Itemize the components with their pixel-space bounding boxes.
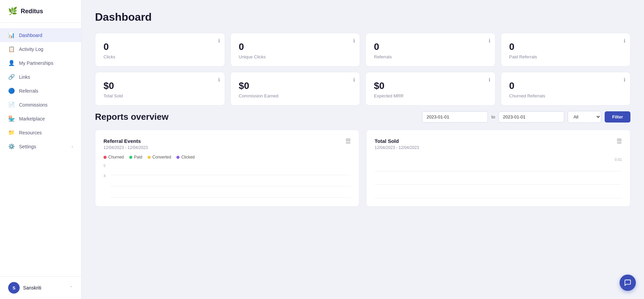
reports-grid: ☰ Referral Events 12/04/2023 - 12/04/202… xyxy=(95,130,630,207)
sidebar-item-my-partnerships[interactable]: 👤 My Partnerships xyxy=(0,56,81,70)
sidebar-item-label: Settings xyxy=(19,144,36,149)
referral-events-legend: Churned Paid Converted Clicked xyxy=(103,155,351,160)
info-icon-unique-clicks[interactable]: ℹ xyxy=(353,38,355,43)
sidebar-item-label: Referrals xyxy=(19,88,38,94)
stat-label-total-sold: Total Sold xyxy=(103,93,216,98)
sidebar-item-dashboard[interactable]: 📊 Dashboard xyxy=(0,28,81,42)
activity-log-icon: 📋 xyxy=(8,46,15,52)
info-icon-total-sold[interactable]: ℹ xyxy=(218,77,220,82)
stat-value-churned-referrals: 0 xyxy=(509,80,622,91)
legend-paid: Paid xyxy=(129,155,142,160)
info-icon-expected-mrr[interactable]: ℹ xyxy=(489,77,490,82)
stat-label-paid-referrals: Paid Referrals xyxy=(509,54,622,59)
links-icon: 🔗 xyxy=(8,74,15,80)
total-sold-title: Total Sold xyxy=(375,138,622,144)
sidebar-item-label: Dashboard xyxy=(19,33,42,38)
reports-controls: to AllWeekMonthYear Filter xyxy=(422,111,630,123)
stats-grid-row1: ℹ 0 Clicks ℹ 0 Unique Clicks ℹ 0 Referra… xyxy=(95,33,630,67)
sidebar: 🌿 Reditus 📊 Dashboard 📋 Activity Log 👤 M… xyxy=(0,0,81,299)
sidebar-item-label: Resources xyxy=(19,130,42,135)
info-icon-paid-referrals[interactable]: ℹ xyxy=(624,38,625,43)
my-partnerships-icon: 👤 xyxy=(8,60,15,66)
sidebar-item-label: My Partnerships xyxy=(19,60,53,66)
legend-converted: Converted xyxy=(148,155,171,160)
total-sold-chart: 0.01 xyxy=(375,157,622,198)
stat-label-unique-clicks: Unique Clicks xyxy=(239,54,352,59)
referral-events-card: ☰ Referral Events 12/04/2023 - 12/04/202… xyxy=(95,130,359,207)
stat-card-churned-referrals: ℹ 0 Churned Referrals xyxy=(501,72,631,106)
stat-card-commission-earned: ℹ $0 Commission Earned xyxy=(230,72,360,106)
user-name: Sanskriti xyxy=(23,285,41,291)
stat-value-commission-earned: $0 xyxy=(239,80,352,91)
sidebar-item-settings[interactable]: ⚙️ Settings › xyxy=(0,139,81,153)
settings-chevron-icon: › xyxy=(72,144,73,149)
sidebar-item-resources[interactable]: 📁 Resources xyxy=(0,126,81,139)
date-to-input[interactable] xyxy=(498,111,564,123)
sidebar-item-label: Activity Log xyxy=(19,46,43,52)
referral-events-title: Referral Events xyxy=(103,138,351,144)
settings-icon: ⚙️ xyxy=(8,143,15,150)
reports-header: Reports overview to AllWeekMonthYear Fil… xyxy=(95,111,630,123)
legend-clicked: Clicked xyxy=(176,155,194,160)
logo-icon: 🌿 xyxy=(8,7,17,16)
stat-value-expected-mrr: $0 xyxy=(374,80,487,91)
stat-card-unique-clicks: ℹ 0 Unique Clicks xyxy=(230,33,360,67)
referrals-icon: 🔵 xyxy=(8,88,15,94)
stat-card-clicks: ℹ 0 Clicks xyxy=(95,33,225,67)
sidebar-item-marketplace[interactable]: 🏪 Marketplace xyxy=(0,112,81,126)
stat-label-commission-earned: Commission Earned xyxy=(239,93,352,98)
info-icon-commission-earned[interactable]: ℹ xyxy=(353,77,355,82)
resources-icon: 📁 xyxy=(8,129,15,136)
main-content: Dashboard ℹ 0 Clicks ℹ 0 Unique Clicks ℹ… xyxy=(81,0,644,299)
referral-events-date: 12/04/2023 - 12/04/2023 xyxy=(103,145,351,150)
referral-events-menu-icon[interactable]: ☰ xyxy=(345,138,351,145)
sidebar-item-activity-log[interactable]: 📋 Activity Log xyxy=(0,42,81,56)
stat-card-referrals: ℹ 0 Referrals xyxy=(365,33,495,67)
commissions-icon: 📄 xyxy=(8,101,15,108)
referral-events-chart: 5 4 xyxy=(103,164,351,198)
stats-grid-row2: ℹ $0 Total Sold ℹ $0 Commission Earned ℹ… xyxy=(95,72,630,106)
marketplace-icon: 🏪 xyxy=(8,115,15,122)
stat-label-expected-mrr: Expected MRR xyxy=(374,93,487,98)
date-from-input[interactable] xyxy=(422,111,488,123)
logo-container[interactable]: 🌿 Reditus xyxy=(0,0,81,23)
stat-card-paid-referrals: ℹ 0 Paid Referrals xyxy=(501,33,631,67)
info-icon-churned-referrals[interactable]: ℹ xyxy=(624,77,625,82)
stat-label-churned-referrals: Churned Referrals xyxy=(509,93,622,98)
sidebar-item-links[interactable]: 🔗 Links xyxy=(0,70,81,84)
stat-card-expected-mrr: ℹ $0 Expected MRR xyxy=(365,72,495,106)
legend-churned: Churned xyxy=(103,155,124,160)
page-title: Dashboard xyxy=(95,11,630,23)
stat-label-clicks: Clicks xyxy=(103,54,216,59)
total-sold-card: ☰ Total Sold 12/04/2023 - 12/04/2023 0.0… xyxy=(366,130,630,207)
stat-value-clicks: 0 xyxy=(103,41,216,52)
user-profile[interactable]: S Sanskriti ⌃ xyxy=(0,276,81,299)
info-icon-referrals[interactable]: ℹ xyxy=(489,38,490,43)
dashboard-icon: 📊 xyxy=(8,32,15,38)
info-icon-clicks[interactable]: ℹ xyxy=(218,38,220,43)
sidebar-item-label: Links xyxy=(19,74,30,80)
sidebar-item-label: Marketplace xyxy=(19,116,45,122)
sidebar-nav: 📊 Dashboard 📋 Activity Log 👤 My Partners… xyxy=(0,23,81,276)
sidebar-item-referrals[interactable]: 🔵 Referrals xyxy=(0,84,81,98)
total-sold-menu-icon[interactable]: ☰ xyxy=(617,138,622,145)
avatar: S xyxy=(8,282,20,294)
reports-title: Reports overview xyxy=(95,112,169,122)
filter-select[interactable]: AllWeekMonthYear xyxy=(568,111,601,123)
sidebar-item-commissions[interactable]: 📄 Commissions xyxy=(0,98,81,112)
filter-button[interactable]: Filter xyxy=(605,111,630,123)
total-sold-date: 12/04/2023 - 12/04/2023 xyxy=(375,145,622,150)
chat-button[interactable] xyxy=(620,275,636,291)
user-chevron-icon: ⌃ xyxy=(70,285,73,290)
stat-card-total-sold: ℹ $0 Total Sold xyxy=(95,72,225,106)
stat-label-referrals: Referrals xyxy=(374,54,487,59)
stat-value-unique-clicks: 0 xyxy=(239,41,352,52)
to-label: to xyxy=(491,114,495,119)
stat-value-referrals: 0 xyxy=(374,41,487,52)
stat-value-total-sold: $0 xyxy=(103,80,216,91)
stat-value-paid-referrals: 0 xyxy=(509,41,622,52)
sidebar-item-label: Commissions xyxy=(19,102,48,108)
app-name: Reditus xyxy=(21,8,43,15)
